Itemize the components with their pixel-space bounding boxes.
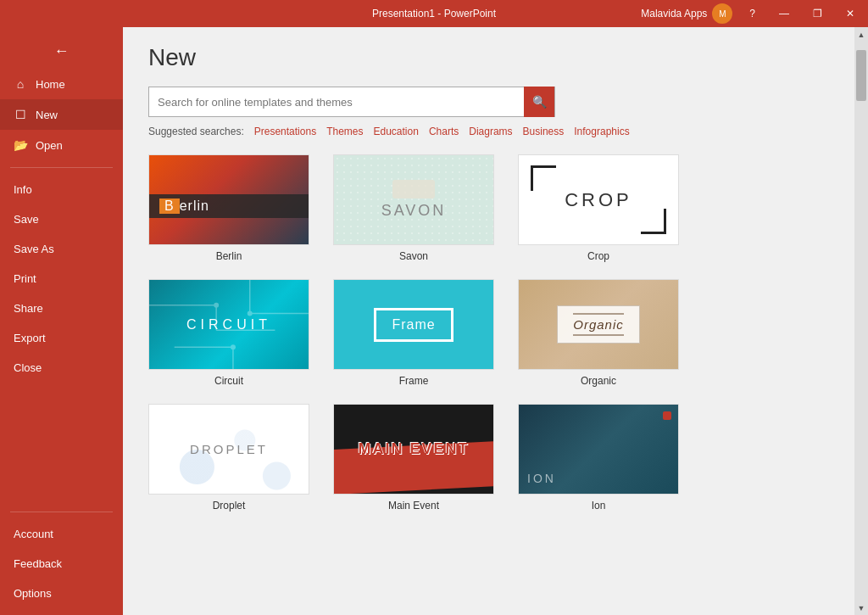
sidebar-item-export[interactable]: Export xyxy=(0,323,123,353)
scroll-thumb[interactable] xyxy=(856,50,866,101)
sidebar-item-save[interactable]: Save xyxy=(0,204,123,234)
sidebar-item-share[interactable]: Share xyxy=(0,294,123,323)
template-organic[interactable]: Organic Organic xyxy=(518,279,679,387)
savon-text: SAVON xyxy=(381,202,447,220)
info-label: Info xyxy=(14,183,32,196)
back-icon: ← xyxy=(54,42,70,60)
template-thumb-savon: SAVON xyxy=(333,154,494,245)
organic-line-bottom xyxy=(573,334,624,336)
window-title: Presentation1 - PowerPoint xyxy=(372,8,496,20)
template-frame[interactable]: Frame Frame xyxy=(333,279,494,387)
close-button[interactable]: ✕ xyxy=(839,6,861,21)
template-ion[interactable]: ION Ion xyxy=(518,404,679,512)
template-name-savon: Savon xyxy=(333,250,494,262)
sidebar-divider-1 xyxy=(10,167,113,168)
svg-point-9 xyxy=(231,344,236,349)
mainevent-preview: MAIN EVENT xyxy=(334,405,493,494)
feedback-label: Feedback xyxy=(14,557,62,570)
sidebar-item-open[interactable]: 📂 Open xyxy=(0,130,123,160)
organic-text: Organic xyxy=(573,317,624,332)
template-name-circuit: Circuit xyxy=(148,375,309,387)
titlebar-controls: Malavida Apps M ? — ❐ ✕ xyxy=(641,3,861,24)
crop-text: CROP xyxy=(565,189,632,211)
droplet-preview: DROPLET xyxy=(149,405,309,494)
suggested-infographics[interactable]: Infographics xyxy=(574,126,629,137)
template-name-droplet: Droplet xyxy=(148,500,309,512)
sidebar-home-label: Home xyxy=(36,78,65,91)
open-icon: 📂 xyxy=(14,138,27,152)
minimize-button[interactable]: — xyxy=(772,6,796,21)
sidebar-item-new[interactable]: ☐ New xyxy=(0,99,123,130)
back-button[interactable]: ← xyxy=(0,34,123,69)
sidebar-item-close[interactable]: Close xyxy=(0,353,123,383)
template-name-crop: Crop xyxy=(518,250,679,262)
suggested-charts[interactable]: Charts xyxy=(429,126,459,137)
template-thumb-berlin: Berlin xyxy=(148,154,309,245)
suggested-business[interactable]: Business xyxy=(523,126,565,137)
template-name-frame: Frame xyxy=(333,375,494,387)
scroll-down-button[interactable]: ▼ xyxy=(854,601,868,615)
title-text: Presentation1 - PowerPoint xyxy=(372,8,496,20)
sidebar-item-options[interactable]: Options xyxy=(0,579,123,608)
template-circuit[interactable]: CIRCUIT Circuit xyxy=(148,279,309,387)
template-name-organic: Organic xyxy=(518,375,679,387)
user-name: Malavida Apps xyxy=(641,8,707,20)
save-as-label: Save As xyxy=(14,243,54,255)
home-icon: ⌂ xyxy=(14,77,27,91)
print-label: Print xyxy=(14,272,36,285)
berlin-text: Berlin xyxy=(159,198,209,214)
template-savon[interactable]: SAVON Savon xyxy=(333,154,494,262)
search-bar: 🔍 xyxy=(148,87,555,117)
sidebar: ← ⌂ Home ☐ New 📂 Open Info Save Save xyxy=(0,27,123,615)
berlin-preview: Berlin xyxy=(149,155,309,244)
template-thumb-droplet: DROPLET xyxy=(148,404,309,495)
scroll-track[interactable] xyxy=(854,42,868,601)
sidebar-item-feedback[interactable]: Feedback xyxy=(0,549,123,579)
sidebar-item-info[interactable]: Info xyxy=(0,175,123,204)
maximize-button[interactable]: ❐ xyxy=(806,6,829,21)
sidebar-divider-2 xyxy=(10,512,113,512)
savon-soap xyxy=(392,180,435,198)
search-icon: 🔍 xyxy=(532,95,547,109)
circuit-preview: CIRCUIT xyxy=(149,280,309,369)
new-icon: ☐ xyxy=(14,108,27,121)
ion-preview: ION xyxy=(519,405,678,494)
template-berlin[interactable]: Berlin Berlin xyxy=(148,154,309,262)
sidebar-item-account[interactable]: Account xyxy=(0,519,123,549)
crop-corner-br xyxy=(641,209,666,234)
berlin-bar: Berlin xyxy=(149,194,309,218)
svg-point-3 xyxy=(214,303,219,308)
template-name-ion: Ion xyxy=(518,500,679,512)
account-label: Account xyxy=(14,528,53,540)
sidebar-open-label: Open xyxy=(36,139,63,152)
template-droplet[interactable]: DROPLET Droplet xyxy=(148,404,309,512)
scrollbar: ▲ ▼ xyxy=(854,27,868,615)
sidebar-bottom: Account Feedback Options xyxy=(0,505,123,615)
search-input[interactable] xyxy=(149,96,524,109)
suggested-themes[interactable]: Themes xyxy=(326,126,363,137)
suggested-diagrams[interactable]: Diagrams xyxy=(469,126,512,137)
sidebar-item-home[interactable]: ⌂ Home xyxy=(0,69,123,99)
organic-line-top xyxy=(573,313,624,315)
template-thumb-organic: Organic xyxy=(518,279,679,370)
template-mainevent[interactable]: MAIN EVENT Main Event xyxy=(333,404,494,512)
avatar: M xyxy=(712,3,732,24)
content-area: New 🔍 Suggested searches: Presentations … xyxy=(123,27,868,615)
suggested-education[interactable]: Education xyxy=(374,126,419,137)
frame-text: Frame xyxy=(392,317,435,332)
app-body: ← ⌂ Home ☐ New 📂 Open Info Save Save xyxy=(0,27,868,615)
crop-preview: CROP xyxy=(519,155,678,244)
scroll-up-button[interactable]: ▲ xyxy=(854,27,868,42)
help-button[interactable]: ? xyxy=(743,6,762,21)
sidebar-new-label: New xyxy=(36,109,58,121)
mainevent-text: MAIN EVENT xyxy=(358,440,469,458)
search-button[interactable]: 🔍 xyxy=(524,87,554,117)
frame-box: Frame xyxy=(374,308,453,342)
suggested-presentations[interactable]: Presentations xyxy=(254,126,316,137)
sidebar-item-print[interactable]: Print xyxy=(0,264,123,294)
ion-text: ION xyxy=(527,472,556,485)
sidebar-item-save-as[interactable]: Save As xyxy=(0,234,123,264)
template-crop[interactable]: CROP Crop xyxy=(518,154,679,262)
close-label: Close xyxy=(14,361,42,374)
ion-red-dot xyxy=(663,411,671,420)
